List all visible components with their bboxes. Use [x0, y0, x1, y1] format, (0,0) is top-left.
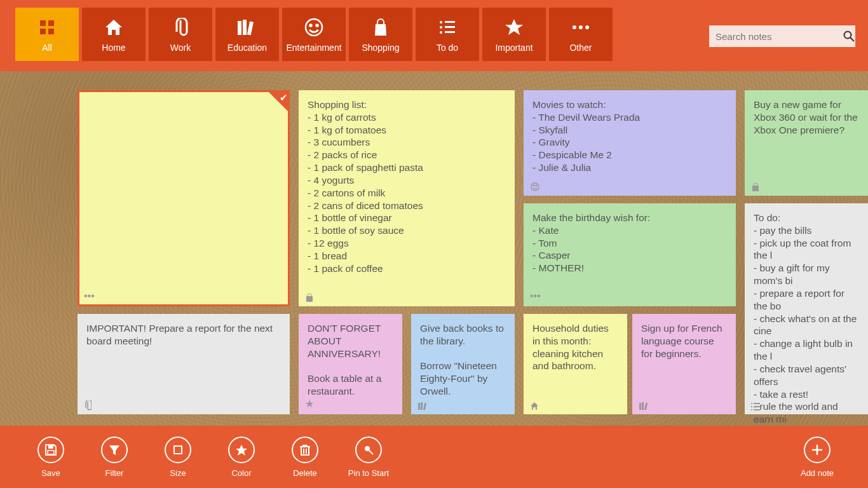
- add-note-button[interactable]: Add note: [785, 437, 849, 478]
- svg-point-21: [844, 32, 851, 39]
- note-text: Give back books to the library. Borrow "…: [420, 322, 506, 398]
- note-text: Shopping list: - 1 kg of carrots - 1 kg …: [308, 98, 506, 275]
- nav-label: Other: [569, 43, 592, 53]
- bag-icon: [751, 183, 760, 192]
- note-household[interactable]: Household duties in this month: cleaning…: [524, 314, 627, 414]
- delete-button[interactable]: Delete: [273, 437, 337, 478]
- check-icon: ✔: [280, 92, 288, 104]
- note-shopping[interactable]: Shopping list: - 1 kg of carrots - 1 kg …: [299, 90, 515, 306]
- svg-point-11: [440, 21, 442, 24]
- note-xbox[interactable]: Buy a new game for Xbox 360 or wait for …: [745, 90, 868, 196]
- svg-rect-2: [40, 29, 46, 34]
- bag-icon: [305, 294, 314, 302]
- nav-all[interactable]: All: [15, 8, 79, 61]
- nav-label: Work: [170, 43, 191, 53]
- books-icon: [236, 16, 258, 39]
- svg-rect-23: [306, 296, 313, 302]
- svg-marker-4: [105, 20, 122, 35]
- svg-point-8: [306, 19, 322, 36]
- smile-icon: [304, 16, 324, 39]
- note-text: IMPORTANT! Prepare a report for the next…: [86, 322, 281, 348]
- svg-rect-45: [175, 447, 181, 453]
- svg-rect-35: [421, 402, 423, 410]
- svg-rect-27: [752, 186, 759, 191]
- color-icon: [235, 444, 248, 456]
- svg-rect-30: [751, 406, 752, 407]
- svg-point-13: [440, 26, 442, 29]
- note-movies[interactable]: Movies to watch: - The Devil Wears Prada…: [524, 90, 736, 196]
- note-french[interactable]: Sign up for French language course for b…: [632, 314, 736, 414]
- svg-rect-12: [445, 21, 455, 23]
- star-icon: [505, 16, 524, 39]
- svg-rect-47: [301, 447, 309, 455]
- paperclip-icon: [173, 16, 188, 39]
- svg-point-25: [533, 185, 534, 186]
- note-text: DON'T FORGET ABOUT ANNIVERSARY! Book a t…: [308, 322, 393, 398]
- nav-label: To do: [437, 43, 458, 53]
- button-label: Size: [170, 468, 186, 478]
- color-button[interactable]: Color: [210, 437, 273, 478]
- nav-label: Entertainment: [286, 43, 341, 53]
- nav-education[interactable]: Education: [215, 8, 279, 61]
- filter-button[interactable]: Filter: [83, 437, 146, 478]
- list-icon: [438, 16, 456, 39]
- search-button[interactable]: [843, 25, 855, 47]
- note-blank-selected[interactable]: ✔ •••: [78, 90, 290, 306]
- note-text: Movies to watch: - The Devil Wears Prada…: [532, 98, 727, 174]
- svg-point-20: [585, 25, 589, 29]
- svg-point-15: [440, 31, 442, 34]
- svg-point-9: [310, 25, 312, 27]
- svg-marker-17: [505, 19, 523, 35]
- notes-board: ✔ ••• Shopping list: - 1 kg of carrots -…: [0, 71, 868, 426]
- shopping-bag-icon: [372, 16, 390, 39]
- filter-icon: [108, 444, 121, 456]
- nav-label: All: [42, 43, 52, 53]
- svg-rect-38: [639, 403, 641, 410]
- svg-rect-33: [754, 409, 760, 410]
- save-button[interactable]: Save: [19, 437, 83, 478]
- ellipsis-icon: •••: [84, 290, 95, 302]
- size-button[interactable]: Size: [146, 437, 210, 478]
- button-label: Save: [41, 468, 60, 478]
- pin-button[interactable]: Pin to Start: [337, 437, 400, 478]
- nav-shopping[interactable]: Shopping: [349, 8, 412, 61]
- nav-todo[interactable]: To do: [416, 8, 479, 61]
- button-label: Add note: [801, 468, 834, 478]
- note-text: Sign up for French language course for b…: [641, 322, 727, 360]
- search-box: [709, 25, 855, 47]
- note-text: Make the birthday wish for: - Kate - Tom…: [532, 212, 727, 274]
- nav-work[interactable]: Work: [149, 8, 212, 61]
- trash-icon: [299, 444, 311, 456]
- note-anniversary[interactable]: DON'T FORGET ABOUT ANNIVERSARY! Book a t…: [299, 314, 402, 414]
- note-library[interactable]: Give back books to the library. Borrow "…: [411, 314, 515, 414]
- button-label: Delete: [293, 468, 317, 478]
- nav-home[interactable]: Home: [82, 8, 146, 61]
- button-label: Pin to Start: [348, 468, 389, 478]
- books-icon: [639, 402, 649, 410]
- note-text: Household duties in this month: cleaning…: [532, 322, 618, 372]
- button-label: Color: [231, 468, 251, 478]
- more-icon: [571, 16, 590, 39]
- svg-rect-36: [423, 403, 426, 410]
- svg-marker-37: [531, 402, 538, 410]
- ellipsis-icon: •••: [530, 290, 541, 302]
- nav-important[interactable]: Important: [482, 8, 546, 61]
- books-icon: [417, 402, 428, 410]
- note-birthday[interactable]: Make the birthday wish for: - Kate - Tom…: [524, 203, 736, 306]
- note-text: Buy a new game for Xbox 360 or wait for …: [754, 98, 859, 136]
- svg-rect-3: [48, 29, 54, 34]
- svg-rect-14: [445, 26, 455, 28]
- svg-rect-41: [48, 445, 53, 449]
- save-icon: [44, 444, 57, 456]
- svg-rect-0: [40, 20, 46, 26]
- note-todo[interactable]: To do: - pay the bills - pick up the coa…: [745, 203, 868, 414]
- nav-label: Education: [227, 43, 267, 53]
- svg-rect-16: [445, 31, 455, 33]
- nav-entertainment[interactable]: Entertainment: [282, 8, 346, 61]
- svg-rect-7: [247, 22, 254, 36]
- app-bar: Save Filter Size Color Delete Pin to Sta…: [0, 426, 868, 488]
- note-important[interactable]: IMPORTANT! Prepare a report for the next…: [78, 314, 290, 414]
- search-icon: [843, 30, 855, 42]
- nav-other[interactable]: Other: [549, 8, 613, 61]
- search-input[interactable]: [709, 27, 843, 46]
